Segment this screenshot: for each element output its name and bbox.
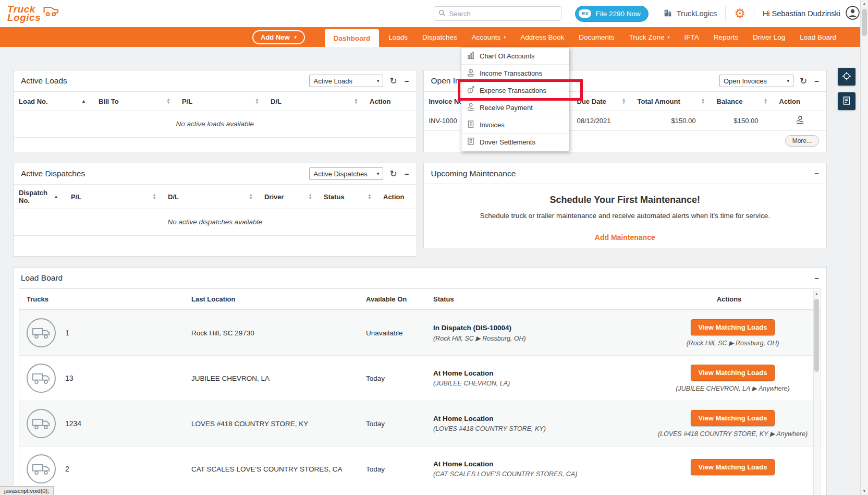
truck-cell: 13 [19, 364, 184, 393]
view-matching-loads-button[interactable]: View Matching Loads [691, 459, 775, 475]
column-header-pl[interactable]: P/L▴▾ [66, 193, 163, 201]
column-header-dl[interactable]: D/L▴▾ [163, 193, 259, 201]
chevron-down-icon: ▾ [667, 35, 669, 40]
tab-load-board[interactable]: Load Board [794, 27, 841, 47]
truck-number[interactable]: 1234 [65, 419, 81, 428]
collapse-icon[interactable]: − [404, 77, 410, 86]
active-dispatches-filter-select[interactable]: Active Dispatches ▾ [309, 167, 383, 180]
invoices-icon [467, 120, 475, 130]
open-invoices-controls: Open Invoices ▾ ↻ − [719, 75, 820, 87]
floating-side-buttons [838, 68, 855, 110]
scrollbar-thumb[interactable] [862, 9, 867, 36]
scroll-down-icon[interactable]: ▼ [861, 487, 868, 495]
refresh-icon[interactable]: ↻ [389, 168, 397, 179]
chevron-down-icon: ▾ [377, 171, 380, 176]
tab-dispatches[interactable]: Dispatches [417, 27, 462, 47]
settings-gear-icon[interactable]: ⚙ [734, 7, 745, 20]
file-2290-button[interactable]: EX File 2290 Now [575, 6, 648, 22]
load-board-scrollbar[interactable]: ▲ [813, 290, 820, 495]
driver-settlements-icon [467, 137, 475, 147]
sort-icon: ▴▾ [309, 194, 311, 200]
column-header-pl[interactable]: P/L▴▾ [177, 98, 265, 105]
load-board-header: Load Board − [14, 268, 826, 288]
truck-number[interactable]: 1 [65, 329, 69, 337]
view-matching-loads-button[interactable]: View Matching Loads [691, 319, 775, 335]
menu-item-expense-transactions[interactable]: Expense Transactions [461, 82, 569, 99]
receive-payment-icon [467, 103, 475, 113]
sort-icon: ▴▾ [622, 98, 625, 104]
floating-target-button[interactable] [838, 68, 855, 86]
active-dispatches-empty-message: No active dispatches available [14, 209, 417, 236]
tab-driver-log[interactable]: Driver Log [748, 27, 790, 47]
dashboard-row-1: Active Loads Active Loads ▾ ↻ − Load No.… [13, 70, 827, 152]
refresh-icon[interactable]: ↻ [800, 76, 807, 87]
trucklogics-logo[interactable]: Truck Logics [7, 5, 58, 22]
income-transactions-icon [467, 68, 475, 78]
view-matching-loads-button[interactable]: View Matching Loads [691, 410, 775, 426]
tab-dashboard[interactable]: Dashboard [325, 29, 380, 47]
add-new-button[interactable]: Add New ▾ [252, 30, 305, 44]
collapse-icon[interactable]: − [813, 169, 820, 178]
tab-address-book[interactable]: Address Book [515, 27, 569, 47]
more-button[interactable]: More... [785, 135, 819, 147]
collapse-icon[interactable]: − [404, 170, 410, 178]
column-header-status[interactable]: Status▴▾ [319, 193, 378, 201]
available-on: Today [359, 465, 426, 473]
view-matching-loads-button[interactable]: View Matching Loads [691, 365, 775, 381]
tab-truck-zone[interactable]: Truck Zone▾ [624, 27, 675, 47]
column-header-bill-to[interactable]: Bill To▴▾ [93, 98, 177, 105]
scroll-up-icon[interactable]: ▲ [861, 0, 868, 8]
page-scrollbar[interactable]: ▲ ▼ [860, 0, 868, 495]
matching-route: (JUBILEE CHEVRON, LA ▶ Anywhere) [676, 384, 789, 392]
menu-item-chart-of-accounts[interactable]: Chart Of Accounts [461, 47, 569, 65]
building-icon [663, 8, 673, 19]
search-input[interactable] [449, 10, 557, 18]
tab-accounts[interactable]: Accounts▾ [467, 27, 511, 47]
active-loads-filter-select[interactable]: Active Loads ▾ [309, 75, 383, 87]
column-header-total-amount[interactable]: Total Amount▴▾ [632, 98, 712, 105]
menu-item-income-transactions[interactable]: Income Transactions [461, 65, 569, 82]
tab-reports[interactable]: Reports [708, 27, 743, 47]
trucklogics-product-switcher[interactable]: TruckLogics [663, 8, 717, 19]
column-header-dl[interactable]: D/L▴▾ [265, 98, 364, 105]
tab-documents[interactable]: Documents [573, 27, 619, 47]
top-header: Truck Logics EX File 2290 Now [0, 0, 868, 27]
scroll-up-icon[interactable]: ▲ [814, 290, 820, 298]
user-menu[interactable]: Hi Sebastian Dudzinski [763, 6, 860, 21]
open-invoices-filter-select[interactable]: Open Invoices ▾ [719, 75, 793, 87]
main-navigation: Add New ▾ Dashboard Loads Dispatches Acc… [0, 27, 868, 47]
column-header-balance[interactable]: Balance▴▾ [712, 98, 774, 105]
collapse-icon[interactable]: − [813, 274, 820, 283]
scrollbar-thumb[interactable] [814, 299, 819, 372]
matching-route: (LOVES #418 COUNTRY STORE, KY ▶ Anywhere… [658, 430, 808, 438]
file-2290-label: File 2290 Now [595, 10, 640, 18]
column-header-dispatch-no[interactable]: Dispatch No.▲ [14, 189, 66, 204]
menu-item-invoices[interactable]: Invoices [461, 116, 569, 134]
tab-ifta[interactable]: IFTA [679, 27, 704, 47]
accounts-dropdown-menu: Chart Of Accounts Income Transactions Ex… [461, 47, 569, 151]
truck-number[interactable]: 13 [65, 374, 74, 382]
collapse-icon[interactable]: − [813, 77, 820, 86]
floating-form-button[interactable] [838, 92, 855, 110]
tab-truck-zone-label: Truck Zone [629, 33, 665, 41]
column-header-due-date[interactable]: Due Date▴▾ [572, 98, 632, 105]
last-location: JUBILEE CHEVRON, LA [184, 375, 359, 382]
menu-item-driver-settlements[interactable]: Driver Settlements [461, 134, 569, 151]
tab-loads[interactable]: Loads [383, 27, 413, 47]
column-header-driver[interactable]: Driver▴▾ [259, 193, 319, 201]
last-location: CAT SCALES LOVE'S COUNTRY STORES, CA [184, 465, 359, 473]
sort-icon: ▴▾ [764, 98, 766, 104]
avatar-icon [846, 6, 860, 21]
receive-payment-icon[interactable] [774, 116, 827, 126]
product-label: TruckLogics [677, 9, 717, 18]
truck-cell: 1 [19, 318, 184, 347]
menu-item-receive-payment[interactable]: Receive Payment [461, 99, 569, 116]
truck-icon [27, 454, 56, 484]
truck-number[interactable]: 2 [65, 465, 69, 473]
matching-route: (Rock Hill, SC ▶ Rossburg, OH) [687, 339, 779, 347]
refresh-icon[interactable]: ↻ [389, 76, 397, 87]
status-route: (LOVES #418 COUNTRY STORE, KY) [433, 425, 645, 432]
column-header-load-no[interactable]: Load No.▲ [14, 98, 93, 105]
add-maintenance-link[interactable]: Add Maintenance [595, 233, 655, 242]
column-header-actions: Actions [645, 295, 821, 303]
